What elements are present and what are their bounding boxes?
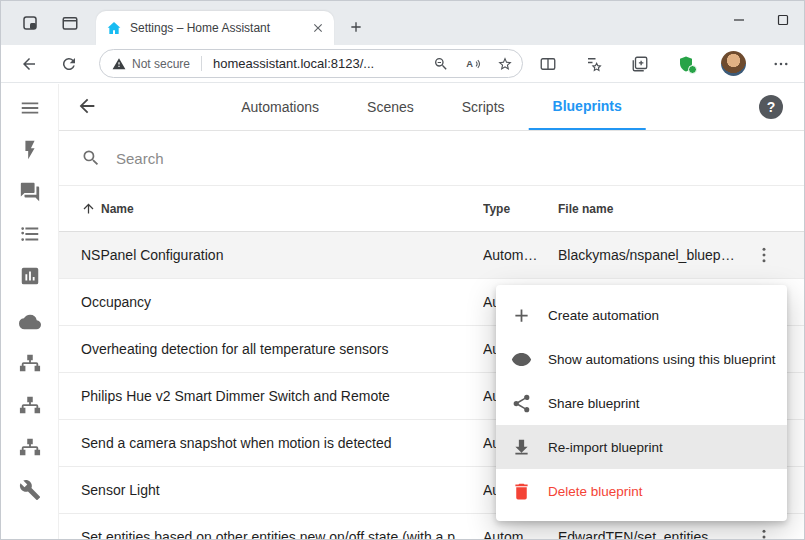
svg-text:A: A bbox=[466, 59, 473, 69]
sitemap-icon bbox=[19, 437, 41, 459]
wrench-icon bbox=[19, 479, 41, 501]
header-name[interactable]: Name bbox=[81, 201, 483, 216]
tab-blueprints[interactable]: Blueprints bbox=[529, 84, 646, 130]
tab-scenes[interactable]: Scenes bbox=[343, 84, 438, 130]
refresh-button[interactable] bbox=[57, 52, 81, 76]
header-name-label: Name bbox=[101, 202, 146, 216]
search-input[interactable] bbox=[114, 149, 434, 168]
download-icon bbox=[510, 436, 532, 458]
sidebar-item-forum[interactable] bbox=[18, 180, 42, 204]
read-aloud-icon[interactable]: A bbox=[464, 55, 482, 73]
menu-item-create-automation[interactable]: Create automation bbox=[496, 293, 787, 337]
browser-menu-icon[interactable] bbox=[770, 53, 792, 75]
header-file[interactable]: File name bbox=[558, 202, 748, 216]
menu-item-reimport-blueprint[interactable]: Re-import blueprint bbox=[496, 425, 787, 469]
flash-icon bbox=[19, 139, 41, 161]
forum-icon bbox=[19, 181, 41, 203]
ha-back-button[interactable] bbox=[76, 95, 100, 119]
share-icon bbox=[510, 392, 532, 414]
tab-title: Settings – Home Assistant bbox=[130, 21, 310, 35]
row-menu-icon[interactable] bbox=[752, 243, 776, 267]
divider bbox=[201, 56, 202, 71]
row-type: Autom… bbox=[483, 529, 558, 540]
menu-item-delete-blueprint[interactable]: Delete blueprint bbox=[496, 469, 787, 513]
sitemap-icon bbox=[19, 395, 41, 417]
menu-item-share-blueprint[interactable]: Share blueprint bbox=[496, 381, 787, 425]
tab-automations[interactable]: Automations bbox=[217, 84, 343, 130]
profile-avatar[interactable] bbox=[721, 51, 746, 76]
table-row[interactable]: NSPanel Configuration Autom… Blackymas/n… bbox=[59, 232, 804, 279]
url-text[interactable]: homeassistant.local:8123/... bbox=[213, 56, 426, 71]
eye-icon bbox=[510, 348, 532, 370]
menu-item-label: Share blueprint bbox=[548, 396, 640, 411]
back-button[interactable] bbox=[17, 52, 41, 76]
tab-actions-icon[interactable] bbox=[59, 12, 81, 34]
table-header: Name Type File name bbox=[59, 186, 804, 232]
minimize-button[interactable] bbox=[728, 9, 750, 31]
row-name: Occupancy bbox=[81, 294, 483, 310]
row-type: Autom… bbox=[483, 247, 558, 263]
address-bar[interactable]: Not secure homeassistant.local:8123/... … bbox=[99, 49, 523, 78]
home-assistant-favicon bbox=[106, 20, 122, 36]
sort-ascending-icon bbox=[81, 201, 96, 216]
help-icon[interactable]: ? bbox=[759, 95, 783, 119]
header-type[interactable]: Type bbox=[483, 202, 558, 216]
split-screen-icon[interactable] bbox=[537, 53, 559, 75]
ha-topbar: Automations Scenes Scripts Blueprints ? bbox=[59, 84, 804, 131]
tab-label: Blueprints bbox=[553, 98, 622, 114]
menu-item-label: Re-import blueprint bbox=[548, 440, 663, 455]
tab-label: Scenes bbox=[367, 99, 414, 115]
sidebar-item-logbook[interactable] bbox=[18, 222, 42, 246]
zoom-icon[interactable] bbox=[432, 55, 450, 73]
search-icon bbox=[81, 148, 101, 168]
tab-strip: Settings – Home Assistant bbox=[1, 1, 804, 45]
row-menu-icon[interactable] bbox=[752, 525, 776, 540]
list-icon bbox=[19, 223, 41, 245]
sidebar-item-cloud[interactable] bbox=[18, 310, 42, 334]
row-file: EdwardTEN/set_entities_ba… bbox=[558, 529, 748, 540]
plus-icon bbox=[510, 304, 532, 326]
sidebar-item-tools[interactable] bbox=[18, 478, 42, 502]
blueprint-context-menu: Create automation Show automations using… bbox=[496, 285, 787, 521]
sidebar-item-history[interactable] bbox=[18, 264, 42, 288]
hamburger-icon bbox=[19, 97, 41, 119]
favorites-hub-icon[interactable] bbox=[583, 53, 605, 75]
new-tab-button[interactable] bbox=[345, 16, 367, 38]
menu-item-label: Delete blueprint bbox=[548, 484, 643, 499]
tab-scripts[interactable]: Scripts bbox=[438, 84, 529, 130]
sidebar-menu-button[interactable] bbox=[18, 96, 42, 120]
trash-icon bbox=[510, 480, 532, 502]
row-name: Send a camera snapshot when motion is de… bbox=[81, 435, 483, 451]
sidebar-item-flow-3[interactable] bbox=[18, 436, 42, 460]
sidebar-item-flow-2[interactable] bbox=[18, 394, 42, 418]
browser-toolbar: Not secure homeassistant.local:8123/... … bbox=[1, 45, 804, 83]
sidebar-item-flash[interactable] bbox=[18, 138, 42, 162]
extension-badge bbox=[688, 65, 697, 74]
security-label: Not secure bbox=[132, 57, 190, 71]
row-name: Sensor Light bbox=[81, 482, 483, 498]
sidebar-item-flow-1[interactable] bbox=[18, 352, 42, 376]
collections-icon[interactable] bbox=[629, 53, 651, 75]
sitemap-icon bbox=[19, 353, 41, 375]
menu-item-label: Create automation bbox=[548, 308, 659, 323]
browser-window: Settings – Home Assistant bbox=[0, 0, 805, 540]
favorite-star-icon[interactable] bbox=[496, 55, 514, 73]
row-name: Set entities based on other entities new… bbox=[81, 529, 483, 540]
row-name: Philips Hue v2 Smart Dimmer Switch and R… bbox=[81, 388, 483, 404]
tab-label: Scripts bbox=[462, 99, 505, 115]
workspaces-icon[interactable] bbox=[19, 12, 41, 34]
ha-tab-bar: Automations Scenes Scripts Blueprints bbox=[217, 84, 646, 130]
menu-item-show-automations[interactable]: Show automations using this blueprint bbox=[496, 337, 787, 381]
browser-tab[interactable]: Settings – Home Assistant bbox=[96, 11, 334, 45]
row-name: NSPanel Configuration bbox=[81, 247, 483, 263]
tab-label: Automations bbox=[241, 99, 319, 115]
row-name: Overheating detection for all temperatur… bbox=[81, 341, 483, 357]
cloud-icon bbox=[19, 311, 41, 333]
not-secure-warning-icon bbox=[112, 57, 126, 71]
maximize-button[interactable] bbox=[772, 9, 794, 31]
row-file: Blackymas/nspanel_blueprin… bbox=[558, 247, 748, 263]
toolbar-right-icons bbox=[537, 51, 792, 76]
tab-close-icon[interactable] bbox=[310, 20, 326, 36]
search-row bbox=[59, 131, 804, 186]
extension-icon[interactable] bbox=[675, 53, 697, 75]
